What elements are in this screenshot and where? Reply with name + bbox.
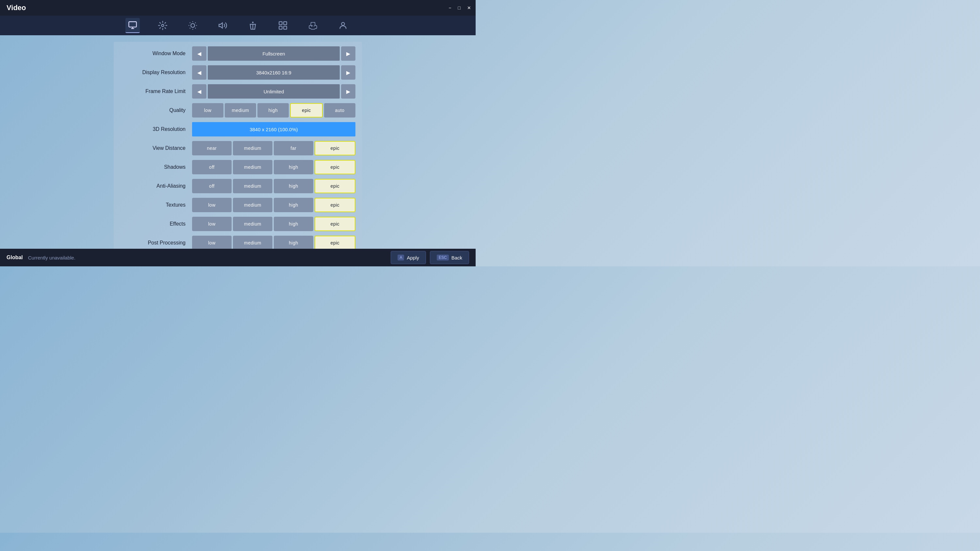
shadows-option-off[interactable]: off: [192, 160, 232, 174]
nav-account[interactable]: [336, 18, 350, 33]
view-distance-options: nearmediumfarepic: [192, 141, 355, 156]
setting-row-effects: Effectslowmediumhighepic: [120, 216, 355, 232]
view-distance-option-epic[interactable]: epic: [315, 141, 355, 156]
settings-panel: Window Mode◀Fullscreen▶Display Resolutio…: [114, 42, 362, 249]
setting-row-textures: Textureslowmediumhighepic: [120, 197, 355, 213]
display-resolution-left-arrow[interactable]: ◀: [192, 65, 207, 79]
shadows-option-epic[interactable]: epic: [315, 160, 355, 174]
main-content: Window Mode◀Fullscreen▶Display Resolutio…: [0, 35, 476, 249]
quality-option-medium[interactable]: medium: [225, 103, 256, 118]
page-title: Video: [6, 3, 26, 12]
label-post-processing: Post Processing: [120, 240, 192, 246]
title-bar: Video − □ ✕: [0, 0, 476, 16]
nav-network[interactable]: [276, 18, 290, 33]
control-anti-aliasing: offmediumhighepic: [192, 179, 355, 193]
minimize-button[interactable]: −: [447, 5, 453, 11]
setting-row-window-mode: Window Mode◀Fullscreen▶: [120, 45, 355, 62]
setting-row-post-processing: Post Processinglowmediumhighepic: [120, 234, 355, 249]
nav-audio[interactable]: [216, 18, 230, 33]
label-3d-resolution: 3D Resolution: [120, 126, 192, 132]
svg-line-7: [190, 22, 191, 23]
nav-accessibility[interactable]: [246, 18, 260, 33]
effects-option-medium[interactable]: medium: [233, 217, 272, 231]
svg-point-21: [314, 25, 315, 26]
setting-row-quality: Qualitylowmediumhighepicauto: [120, 102, 355, 119]
view-distance-option-medium[interactable]: medium: [233, 141, 272, 156]
apply-key: A: [398, 255, 404, 260]
svg-rect-17: [279, 26, 282, 29]
post-processing-option-medium[interactable]: medium: [233, 236, 272, 249]
bottom-bar: Global Currently unavailable. A Apply ES…: [0, 249, 476, 266]
shadows-option-high[interactable]: high: [274, 160, 313, 174]
label-display-resolution: Display Resolution: [120, 70, 192, 75]
setting-row-anti-aliasing: Anti-Aliasingoffmediumhighepic: [120, 178, 355, 195]
post-processing-option-epic[interactable]: epic: [315, 236, 355, 249]
maximize-button[interactable]: □: [456, 5, 463, 11]
label-view-distance: View Distance: [120, 145, 192, 151]
display-resolution-value: 3840x2160 16:9: [208, 65, 340, 79]
control-window-mode: ◀Fullscreen▶: [192, 46, 355, 61]
close-button[interactable]: ✕: [465, 5, 473, 11]
post-processing-option-low[interactable]: low: [192, 236, 232, 249]
svg-rect-15: [279, 22, 282, 24]
nav-bar: [0, 16, 476, 35]
textures-option-epic[interactable]: epic: [315, 198, 355, 212]
svg-rect-0: [129, 22, 136, 27]
shadows-options: offmediumhighepic: [192, 160, 355, 174]
anti-aliasing-option-medium[interactable]: medium: [233, 179, 272, 193]
setting-row-shadows: Shadowsoffmediumhighepic: [120, 159, 355, 176]
nav-brightness[interactable]: [186, 18, 200, 33]
apply-button[interactable]: A Apply: [391, 251, 426, 264]
control-view-distance: nearmediumfarepic: [192, 141, 355, 156]
svg-marker-13: [219, 23, 223, 28]
effects-option-epic[interactable]: epic: [315, 217, 355, 231]
nav-settings[interactable]: [156, 18, 170, 33]
frame-rate-limit-left-arrow[interactable]: ◀: [192, 84, 207, 98]
effects-option-low[interactable]: low: [192, 217, 232, 231]
quality-option-epic[interactable]: epic: [290, 103, 323, 118]
svg-line-8: [195, 28, 196, 29]
textures-option-medium[interactable]: medium: [233, 198, 272, 212]
svg-point-3: [162, 24, 164, 27]
display-resolution-right-arrow[interactable]: ▶: [341, 65, 355, 79]
window-mode-value: Fullscreen: [208, 46, 340, 61]
svg-rect-16: [283, 22, 286, 24]
label-anti-aliasing: Anti-Aliasing: [120, 183, 192, 189]
setting-row-frame-rate-limit: Frame Rate Limit◀Unlimited▶: [120, 83, 355, 100]
anti-aliasing-option-off[interactable]: off: [192, 179, 232, 193]
svg-line-11: [190, 28, 191, 29]
quality-option-low[interactable]: low: [192, 103, 223, 118]
back-button[interactable]: ESC Back: [430, 251, 469, 264]
control-display-resolution: ◀3840x2160 16:9▶: [192, 65, 355, 79]
textures-option-low[interactable]: low: [192, 198, 232, 212]
setting-row-view-distance: View Distancenearmediumfarepic: [120, 140, 355, 157]
anti-aliasing-option-epic[interactable]: epic: [315, 179, 355, 193]
window-mode-right-arrow[interactable]: ▶: [341, 46, 355, 61]
anti-aliasing-option-high[interactable]: high: [274, 179, 313, 193]
quality-option-auto[interactable]: auto: [324, 103, 355, 118]
control-quality: lowmediumhighepicauto: [192, 103, 355, 118]
shadows-option-medium[interactable]: medium: [233, 160, 272, 174]
svg-point-4: [191, 24, 195, 27]
label-window-mode: Window Mode: [120, 51, 192, 57]
view-distance-option-far[interactable]: far: [274, 141, 313, 156]
view-distance-option-near[interactable]: near: [192, 141, 232, 156]
frame-rate-limit-value: Unlimited: [208, 84, 340, 98]
post-processing-option-high[interactable]: high: [274, 236, 313, 249]
3d-resolution-value: 3840 x 2160 (100.0%): [192, 122, 355, 137]
quality-option-high[interactable]: high: [258, 103, 289, 118]
textures-options: lowmediumhighepic: [192, 198, 355, 212]
window-mode-left-arrow[interactable]: ◀: [192, 46, 207, 61]
label-effects: Effects: [120, 221, 192, 227]
svg-point-22: [313, 26, 314, 27]
frame-rate-limit-right-arrow[interactable]: ▶: [341, 84, 355, 98]
nav-monitor[interactable]: [126, 18, 140, 33]
label-shadows: Shadows: [120, 164, 192, 170]
post-processing-options: lowmediumhighepic: [192, 236, 355, 249]
effects-options: lowmediumhighepic: [192, 217, 355, 231]
textures-option-high[interactable]: high: [274, 198, 313, 212]
effects-option-high[interactable]: high: [274, 217, 313, 231]
nav-controller[interactable]: [306, 18, 320, 33]
label-textures: Textures: [120, 202, 192, 208]
quality-options: lowmediumhighepicauto: [192, 103, 355, 118]
